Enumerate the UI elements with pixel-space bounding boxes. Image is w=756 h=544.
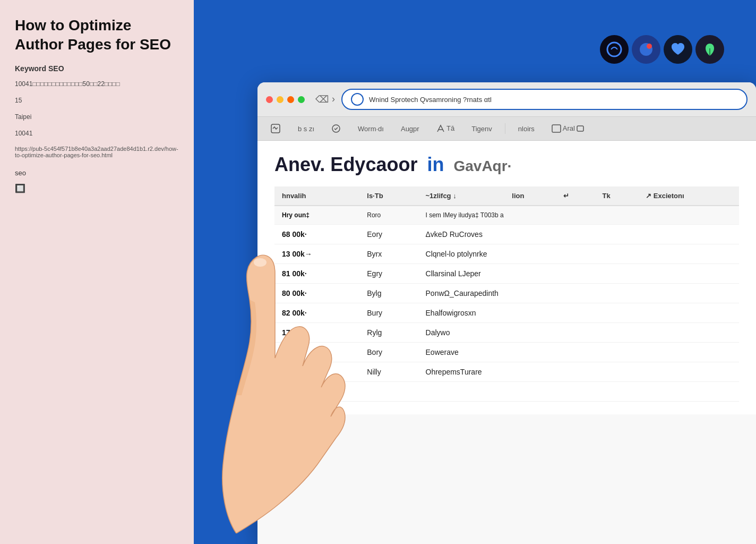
cell-volume-9: 8E 00k· bbox=[274, 382, 359, 402]
cell-keyword-1: ΔvkeD RuCroves bbox=[418, 225, 739, 244]
page-header: Anev. Edycaoor in GavAqr· bbox=[274, 154, 739, 176]
cell-volume-6: 17 004· bbox=[274, 323, 359, 343]
address-circle-icon bbox=[351, 93, 364, 106]
forward-icon[interactable]: › bbox=[332, 94, 335, 105]
cell-volume-5: 82 00k· bbox=[274, 303, 359, 323]
col-header-zlifcg: ~1zlifcg ↓ bbox=[418, 186, 505, 206]
tab-ta[interactable]: Tā bbox=[432, 122, 459, 135]
sidebar-url[interactable]: https://pub-5c454f571b8e40a3a2aad27ade84… bbox=[15, 146, 179, 158]
subheader-sem: I sem IMey iludya‡ T003b a bbox=[418, 206, 739, 225]
maximize-button[interactable] bbox=[298, 96, 305, 103]
table-row: 32 00k· Bory Eowerave bbox=[274, 343, 739, 362]
col-header-tk: Tk bbox=[595, 186, 639, 206]
col-header-lion: lion bbox=[504, 186, 556, 206]
browser-content: Anev. Edycaoor in GavAqr· hnvalih ls·Tb … bbox=[257, 141, 756, 414]
table-row: 82 00k· Bury Ehalfowigrosxn bbox=[274, 303, 739, 323]
table-row: 80 00k· Bylg PonwΩ_Caurapedinth bbox=[274, 284, 739, 303]
tab-sr[interactable] bbox=[327, 122, 345, 135]
col-header-return: ↵ bbox=[556, 186, 595, 206]
table-row: 68 00k· Eory ΔvkeD RuCroves bbox=[274, 225, 739, 244]
cell-volume-1: 68 00k· bbox=[274, 225, 359, 244]
minimize-button[interactable] bbox=[277, 96, 284, 103]
svg-rect-8 bbox=[577, 126, 583, 131]
main-area: ⌫ › Wnind Sprotech Qvsamroning ?rnats αt… bbox=[194, 0, 756, 544]
cell-keyword-6: Dalywo bbox=[418, 323, 739, 343]
table-body: Hry oun‡ Roro I sem IMey iludya‡ T003b a… bbox=[274, 206, 739, 402]
tab-wormdi[interactable]: Worm·dı bbox=[354, 123, 388, 135]
svg-rect-7 bbox=[552, 125, 561, 132]
table-row: 80 00k· Nilly OhrepemsTurare bbox=[274, 362, 739, 382]
table-row: 8E 00k· bbox=[274, 382, 739, 402]
address-bar[interactable]: Wnind Sprotech Qvsamroning ?rnats αtl bbox=[341, 89, 748, 110]
nav-buttons: ⌫ › bbox=[315, 94, 335, 105]
browser-chrome: ⌫ › Wnind Sprotech Qvsamroning ?rnats αt… bbox=[257, 82, 756, 117]
sidebar-meta: 10041□□□□□□□□□□□□□50□□22□□□□ bbox=[15, 79, 179, 89]
cell-volume-3: 81 00k· bbox=[274, 264, 359, 284]
page-title-part2: in bbox=[427, 154, 444, 175]
tab-augpr[interactable]: Augpr bbox=[397, 123, 424, 135]
page-title: How to Optimize Author Pages for SEO bbox=[15, 16, 179, 55]
sidebar-city: Taipei bbox=[15, 112, 179, 122]
cell-keyword-3: Cllarsinal LJeper bbox=[418, 264, 739, 284]
cell-volume-2: 13 00k→ bbox=[274, 244, 359, 264]
cell-diff-7: Bory bbox=[359, 343, 418, 362]
cell-diff-9 bbox=[359, 382, 418, 402]
subheader-hryoun: Hry oun‡ bbox=[274, 206, 359, 225]
cell-diff-6: Rylg bbox=[359, 323, 418, 343]
browser-tabs: b s zı Worm·dı Augpr Tā Tigenv nloirs bbox=[257, 117, 756, 141]
back-icon[interactable]: ⌫ bbox=[315, 94, 329, 105]
app-icons-row bbox=[600, 35, 724, 64]
keyword-label: Keyword SEO bbox=[15, 64, 179, 73]
cell-keyword-7: Eowerave bbox=[418, 343, 739, 362]
tab-tigenv[interactable]: Tigenv bbox=[467, 123, 496, 135]
cell-volume-7: 32 00k· bbox=[274, 343, 359, 362]
cell-volume-4: 80 00k· bbox=[274, 284, 359, 303]
data-table: hnvalih ls·Tb ~1zlifcg ↓ lion ↵ Tk ↗ Exc… bbox=[274, 186, 739, 402]
browser-window: ⌫ › Wnind Sprotech Qvsamroning ?rnats αt… bbox=[257, 82, 756, 544]
cell-diff-8: Nilly bbox=[359, 362, 418, 382]
sidebar-number: 15 bbox=[15, 96, 179, 106]
page-title-part1: Anev. Edycaoor bbox=[274, 154, 417, 175]
address-text: Wnind Sprotech Qvsamroning ?rnats αtl bbox=[369, 96, 492, 104]
tab-bszi[interactable]: b s zı bbox=[294, 123, 319, 135]
col-header-hnvalih: hnvalih bbox=[274, 186, 359, 206]
app-icon-1[interactable] bbox=[600, 35, 629, 64]
tab-divider bbox=[505, 123, 505, 134]
page-subtitle: GavAqr· bbox=[453, 158, 511, 174]
cell-diff-1: Eory bbox=[359, 225, 418, 244]
sidebar-tag: seo bbox=[15, 169, 179, 177]
col-header-excietonı: ↗ Excietonı bbox=[638, 186, 739, 206]
table-row: 81 00k· Egry Cllarsinal LJeper bbox=[274, 264, 739, 284]
orange-button[interactable] bbox=[287, 96, 294, 103]
traffic-lights bbox=[266, 96, 305, 103]
table-header-row: hnvalih ls·Tb ~1zlifcg ↓ lion ↵ Tk ↗ Exc… bbox=[274, 186, 739, 206]
app-icon-2[interactable] bbox=[632, 35, 660, 64]
sidebar-icon: 🔲 bbox=[15, 183, 179, 193]
app-icon-4[interactable] bbox=[695, 35, 724, 64]
cell-keyword-9 bbox=[418, 382, 739, 402]
cell-keyword-2: Clqnel-lo ptolynrke bbox=[418, 244, 739, 264]
cell-diff-4: Bylg bbox=[359, 284, 418, 303]
close-button[interactable] bbox=[266, 96, 273, 103]
cell-diff-3: Egry bbox=[359, 264, 418, 284]
subheader-roro: Roro bbox=[359, 206, 418, 225]
browser-page-title: Anev. Edycaoor in GavAqr· bbox=[274, 154, 739, 176]
tab-aral[interactable]: Aral bbox=[547, 122, 589, 135]
cell-diff-2: Byrx bbox=[359, 244, 418, 264]
table-row: 13 00k→ Byrx Clqnel-lo ptolynrke bbox=[274, 244, 739, 264]
sidebar-postal: 10041 bbox=[15, 129, 179, 139]
tab-lcp[interactable] bbox=[266, 121, 285, 136]
app-icon-3[interactable] bbox=[664, 35, 692, 64]
svg-point-2 bbox=[647, 44, 652, 49]
cell-volume-8: 80 00k· bbox=[274, 362, 359, 382]
cell-keyword-8: OhrepemsTurare bbox=[418, 362, 739, 382]
col-header-lstb: ls·Tb bbox=[359, 186, 418, 206]
cell-keyword-5: Ehalfowigrosxn bbox=[418, 303, 739, 323]
table-subheader: Hry oun‡ Roro I sem IMey iludya‡ T003b a bbox=[274, 206, 739, 225]
cell-keyword-4: PonwΩ_Caurapedinth bbox=[418, 284, 739, 303]
cell-diff-5: Bury bbox=[359, 303, 418, 323]
svg-point-0 bbox=[607, 42, 621, 56]
table-row: 17 004· Rylg Dalywo bbox=[274, 323, 739, 343]
sidebar: How to Optimize Author Pages for SEO Key… bbox=[0, 0, 194, 544]
tab-nloirs[interactable]: nloirs bbox=[514, 123, 539, 135]
